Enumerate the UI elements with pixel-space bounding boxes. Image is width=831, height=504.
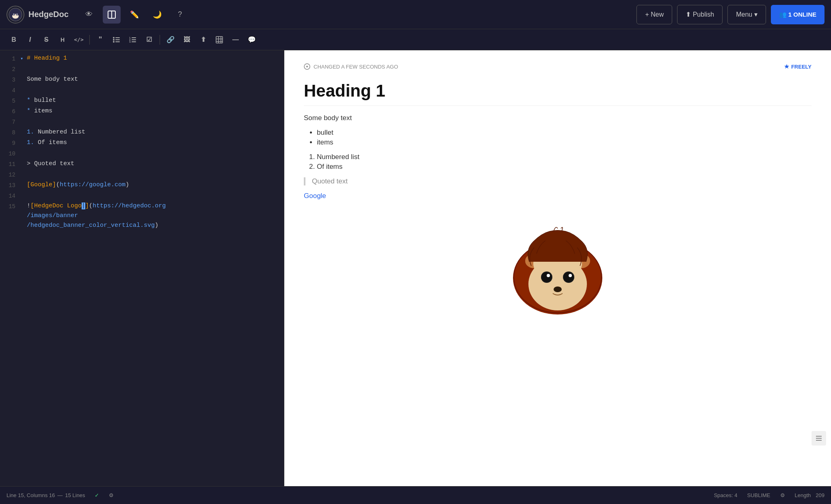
divider-1 <box>89 35 90 45</box>
logo-icon <box>6 6 24 24</box>
comment-btn[interactable]: 💬 <box>245 32 259 47</box>
code-line-11: 11 > Quoted text <box>0 159 284 170</box>
ordered-list-btn[interactable]: 1.2.3. <box>126 32 140 47</box>
svg-point-4 <box>13 13 14 14</box>
svg-rect-19 <box>132 41 136 42</box>
svg-point-36 <box>547 274 550 277</box>
settings-gear[interactable]: ⚙ <box>780 492 785 498</box>
app-name: HedgeDoc <box>28 10 69 19</box>
hedgehog-image <box>501 213 615 327</box>
svg-rect-11 <box>115 39 120 40</box>
list-item: Of items <box>317 163 812 171</box>
code-btn[interactable]: </> <box>71 32 86 47</box>
code-line-8: 8 1. Numbered list <box>0 127 284 138</box>
code-line-1: 1 ▾ # Heading 1 <box>0 54 284 64</box>
code-line-10: 10 <box>0 149 284 159</box>
svg-text:3.: 3. <box>129 41 131 43</box>
code-line-2: 2 <box>0 64 284 75</box>
last-changed: CHANGED A FEW SECONDS AGO <box>314 64 398 70</box>
list-item: Numbered list <box>317 153 812 161</box>
main-content: 1 ▾ # Heading 1 2 3 Some body text 4 <box>0 50 831 486</box>
publish-button[interactable]: ⬆ Publish <box>677 5 723 24</box>
bold-btn[interactable]: B <box>6 32 21 47</box>
menu-button[interactable]: Menu ▾ <box>727 5 766 24</box>
svg-point-26 <box>306 66 308 67</box>
quote-btn[interactable]: " <box>93 32 108 47</box>
svg-rect-15 <box>132 37 136 38</box>
svg-rect-20 <box>216 37 223 43</box>
svg-point-5 <box>17 13 17 14</box>
checklist-btn[interactable]: ☑ <box>142 32 156 47</box>
svg-point-10 <box>113 39 115 41</box>
table-btn[interactable] <box>212 32 227 47</box>
list-item: items <box>317 138 812 146</box>
code-line-4: 4 <box>0 85 284 96</box>
view-icon-btn[interactable]: 👁 <box>80 6 98 24</box>
preview-image-area <box>304 213 812 327</box>
freely-badge: FREELY <box>784 64 812 70</box>
image-btn[interactable]: 🖼 <box>180 32 194 47</box>
moon-icon-btn[interactable]: 🌙 <box>148 6 166 24</box>
spaces-setting[interactable]: Spaces: 4 <box>714 492 738 498</box>
code-line-6: 6 * items <box>0 106 284 117</box>
divider-2 <box>160 35 160 45</box>
code-line-12: 12 <box>0 170 284 180</box>
link-btn[interactable]: 🔗 <box>163 32 178 47</box>
svg-rect-13 <box>115 41 120 42</box>
save-status: ✓ <box>95 492 99 498</box>
italic-btn[interactable]: I <box>23 32 37 47</box>
svg-point-33 <box>530 258 585 306</box>
preview-panel: CHANGED A FEW SECONDS AGO FREELY Heading… <box>284 50 831 486</box>
code-line-7: 7 <box>0 117 284 127</box>
help-icon-btn[interactable]: ? <box>171 6 189 24</box>
svg-point-40 <box>554 286 562 292</box>
svg-point-38 <box>564 272 573 282</box>
new-button[interactable]: + New <box>636 5 672 24</box>
svg-point-39 <box>569 274 572 277</box>
unordered-list-btn[interactable] <box>109 32 124 47</box>
preview-numbered-list: Numbered list Of items <box>317 153 812 171</box>
sync-status: ⚙ <box>109 492 114 498</box>
code-line-5: 5 * bullet <box>0 96 284 106</box>
preview-bullet-list: bullet items <box>317 129 812 146</box>
code-line-15: 15 ![HedgeDoc Logo|](https://hedgedoc.or… <box>0 201 284 230</box>
preview-body: Some body text <box>304 114 812 122</box>
svg-rect-9 <box>115 37 120 38</box>
preview-heading: Heading 1 <box>304 81 812 106</box>
online-button[interactable]: 👥 1 ONLINE <box>771 5 825 24</box>
editor-mode[interactable]: SUBLIME <box>747 492 770 498</box>
status-bar: Line 15, Columns 16 — 15 Lines ✓ ⚙ Space… <box>0 486 831 504</box>
preview-link[interactable]: Google <box>304 192 812 200</box>
hr-btn[interactable]: — <box>228 32 243 47</box>
svg-rect-17 <box>132 39 136 40</box>
code-line-14: 14 <box>0 191 284 201</box>
toolbar: B I S H </> " 1.2.3. ☑ 🔗 🖼 ⬆ — 💬 <box>0 29 831 50</box>
code-editor[interactable]: 1 ▾ # Heading 1 2 3 Some body text 4 <box>0 50 284 486</box>
split-icon-btn[interactable] <box>103 6 121 24</box>
preview-meta: CHANGED A FEW SECONDS AGO FREELY <box>304 63 812 70</box>
edit-icon-btn[interactable]: ✏️ <box>126 6 143 24</box>
list-item: bullet <box>317 129 812 137</box>
logo-area: HedgeDoc <box>6 6 69 24</box>
preview-blockquote: Quoted text <box>304 177 812 185</box>
upload-btn[interactable]: ⬆ <box>196 32 210 47</box>
length-info: Length 209 <box>795 492 825 498</box>
strikethrough-btn[interactable]: S <box>39 32 54 47</box>
code-line-13: 13 [Google](https://google.com) <box>0 180 284 191</box>
svg-point-12 <box>113 41 115 43</box>
top-nav: HedgeDoc 👁 ✏️ 🌙 ? + New ⬆ Publish Menu ▾… <box>0 0 831 29</box>
editor-panel[interactable]: 1 ▾ # Heading 1 2 3 Some body text 4 <box>0 50 284 486</box>
scroll-indicator[interactable] <box>812 431 826 446</box>
code-line-3: 3 Some body text <box>0 75 284 85</box>
code-line-9: 9 1. Of items <box>0 138 284 149</box>
cursor-position: Line 15, Columns 16 — 15 Lines <box>6 492 85 498</box>
heading-btn[interactable]: H <box>55 32 70 47</box>
svg-point-8 <box>113 37 115 39</box>
svg-point-35 <box>542 272 552 282</box>
